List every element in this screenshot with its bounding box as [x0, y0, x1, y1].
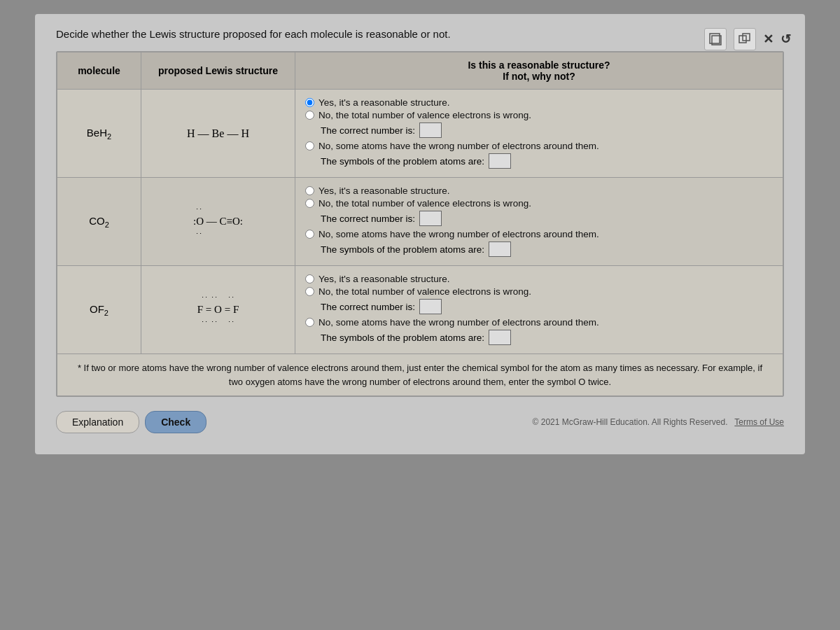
molecule-co2: CO2 — [57, 178, 141, 266]
copyright-text: © 2021 McGraw-Hill Education. All Rights… — [533, 417, 728, 427]
option-row: No, the total number of valence electron… — [305, 198, 773, 209]
option-row: No, the total number of valence electron… — [305, 110, 773, 120]
footnote-cell: * If two or more atoms have the wrong nu… — [57, 354, 783, 396]
correct-number-label-beh2: The correct number is: — [321, 125, 415, 136]
sub-row-symbols-beh2: The symbols of the problem atoms are: — [321, 153, 773, 169]
correct-number-input-of2[interactable] — [419, 299, 442, 314]
copyright-area: © 2021 McGraw-Hill Education. All Rights… — [533, 417, 784, 427]
molecule-of2: OF2 — [57, 266, 141, 354]
label-of2-no-atoms: No, some atoms have the wrong number of … — [318, 317, 599, 328]
lewis-beh2: H — Be — H — [141, 90, 295, 178]
co2-dots-bottom: ⋅⋅ — [151, 229, 285, 239]
label-co2-no-electrons: No, the total number of valence electron… — [318, 198, 531, 209]
radio-co2-no-atoms[interactable] — [305, 230, 314, 239]
radio-beh2-no-atoms[interactable] — [305, 141, 314, 150]
label-co2-no-atoms: No, some atoms have the wrong number of … — [318, 229, 599, 239]
option-row: Yes, it's a reasonable structure. — [305, 97, 773, 108]
correct-number-input-beh2[interactable] — [419, 122, 442, 138]
sub-row-correct-number-beh2: The correct number is: — [321, 122, 773, 138]
correct-number-label-co2: The correct number is: — [321, 214, 415, 224]
sub-row-symbols-co2: The symbols of the problem atoms are: — [321, 241, 773, 257]
option-row: No, the total number of valence electron… — [305, 286, 773, 297]
footnote-row: * If two or more atoms have the wrong nu… — [57, 354, 783, 396]
col-header-molecule: molecule — [57, 52, 141, 90]
symbols-label-beh2: The symbols of the problem atoms are: — [321, 156, 484, 167]
sub-row-correct-number-co2: The correct number is: — [321, 211, 773, 226]
label-beh2-no-electrons: No, the total number of valence electron… — [318, 110, 531, 120]
option-row: Yes, it's a reasonable structure. — [305, 274, 773, 284]
radio-beh2-yes[interactable] — [305, 98, 314, 107]
explanation-button[interactable]: Explanation — [56, 411, 139, 433]
window-icon-2[interactable] — [734, 28, 756, 50]
options-of2: Yes, it's a reasonable structure. No, th… — [295, 266, 783, 354]
table-row: CO2 ⋅⋅ :O — C≡O: ⋅⋅ Ye — [57, 178, 783, 266]
of2-dots-bottom: ⋅⋅ ⋅⋅ ⋅⋅ — [151, 317, 285, 327]
radio-co2-yes[interactable] — [305, 186, 314, 195]
option-row: No, some atoms have the wrong number of … — [305, 141, 773, 151]
options-co2: Yes, it's a reasonable structure. No, th… — [295, 178, 783, 266]
option-row: No, some atoms have the wrong number of … — [305, 317, 773, 328]
radio-of2-yes[interactable] — [305, 274, 314, 284]
label-co2-yes: Yes, it's a reasonable structure. — [318, 186, 449, 196]
molecule-beh2: BeH2 — [57, 90, 141, 178]
check-button[interactable]: Check — [145, 411, 206, 433]
table-row: BeH2 H — Be — H Yes, it's a reasonable s… — [57, 90, 783, 178]
page-instruction: Decide whether the Lewis structure propo… — [56, 28, 784, 40]
correct-number-input-co2[interactable] — [419, 211, 442, 226]
bottom-bar: Explanation Check © 2021 McGraw-Hill Edu… — [56, 411, 784, 433]
lewis-co2: ⋅⋅ :O — C≡O: ⋅⋅ — [141, 178, 295, 266]
symbols-label-co2: The symbols of the problem atoms are: — [321, 244, 484, 255]
symbols-input-beh2[interactable] — [489, 153, 511, 169]
option-row: Yes, it's a reasonable structure. — [305, 186, 773, 196]
label-beh2-no-atoms: No, some atoms have the wrong number of … — [318, 141, 599, 151]
option-row: No, some atoms have the wrong number of … — [305, 229, 773, 239]
bottom-buttons: Explanation Check — [56, 411, 206, 433]
close-icon[interactable]: ✕ — [763, 31, 774, 47]
label-of2-no-electrons: No, the total number of valence electron… — [318, 286, 531, 297]
undo-icon[interactable]: ↺ — [780, 31, 791, 47]
label-beh2-yes: Yes, it's a reasonable structure. — [318, 97, 449, 108]
radio-of2-no-atoms[interactable] — [305, 318, 314, 327]
of2-main-line: F = O = F — [151, 302, 285, 317]
main-table: molecule proposed Lewis structure Is thi… — [57, 52, 783, 396]
radio-of2-no-electrons[interactable] — [305, 287, 314, 296]
symbols-label-of2: The symbols of the problem atoms are: — [321, 332, 484, 343]
symbols-input-co2[interactable] — [489, 241, 511, 257]
radio-co2-no-electrons[interactable] — [305, 199, 314, 208]
window-icon-1[interactable] — [704, 28, 727, 50]
main-table-wrapper: molecule proposed Lewis structure Is thi… — [56, 51, 784, 397]
svg-rect-0 — [710, 34, 720, 43]
co2-main-line: :O — C≡O: — [151, 214, 285, 229]
col-header-question: Is this a reasonable structure?If not, w… — [295, 52, 783, 90]
symbols-input-of2[interactable] — [489, 330, 511, 345]
main-container: ✕ ↺ Decide whether the Lewis structure p… — [35, 14, 805, 454]
sub-row-symbols-of2: The symbols of the problem atoms are: — [321, 330, 773, 345]
lewis-of2: ⋅⋅ ⋅⋅ ⋅⋅ F = O = F ⋅⋅ ⋅⋅ ⋅⋅ — [141, 266, 295, 354]
radio-beh2-no-electrons[interactable] — [305, 111, 314, 120]
options-beh2: Yes, it's a reasonable structure. No, th… — [295, 90, 783, 178]
sub-row-correct-number-of2: The correct number is: — [321, 299, 773, 314]
co2-dots-top: ⋅⋅ — [151, 204, 285, 214]
of2-dots-top: ⋅⋅ ⋅⋅ ⋅⋅ — [151, 293, 285, 302]
top-right-controls: ✕ ↺ — [704, 28, 791, 50]
label-of2-yes: Yes, it's a reasonable structure. — [318, 274, 449, 284]
table-row: OF2 ⋅⋅ ⋅⋅ ⋅⋅ F = O = F ⋅⋅ ⋅⋅ ⋅⋅ Yes, it'… — [57, 266, 783, 354]
correct-number-label-of2: The correct number is: — [321, 302, 415, 312]
col-header-lewis: proposed Lewis structure — [141, 52, 295, 90]
terms-link[interactable]: Terms of Use — [734, 417, 784, 427]
